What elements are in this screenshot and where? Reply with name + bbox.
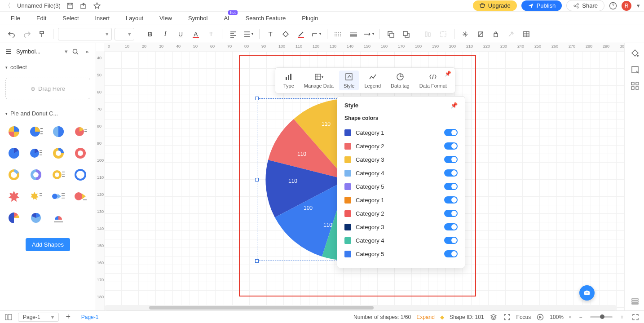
zoom-value[interactable]: 100% [550, 314, 564, 320]
menu-plugin[interactable]: Plugin [302, 15, 318, 22]
pin-icon[interactable]: 📌 [445, 71, 451, 77]
bring-front-button[interactable] [384, 28, 397, 40]
page-tab[interactable]: Page-1 [78, 314, 102, 320]
line-style-button[interactable] [332, 28, 344, 40]
color-swatch[interactable] [344, 183, 351, 190]
visibility-toggle[interactable] [444, 142, 458, 150]
section-pie-donut[interactable]: ▾Pie and Donut C... [0, 106, 96, 120]
manage-data-button[interactable]: ▾ Manage Data [300, 71, 338, 90]
scrollbar-thumb[interactable] [149, 306, 374, 310]
zoom-slider[interactable] [590, 316, 613, 318]
shape-thumb[interactable] [49, 145, 68, 162]
visibility-toggle[interactable] [444, 210, 458, 217]
shape-thumb[interactable] [71, 166, 90, 183]
color-swatch[interactable] [344, 156, 351, 163]
color-swatch[interactable] [344, 170, 351, 177]
play-icon[interactable] [536, 313, 544, 321]
connector-style-button[interactable]: ▾ [310, 28, 322, 40]
menu-layout[interactable]: Layout [126, 15, 143, 22]
menu-symbol[interactable]: Symbol [188, 15, 207, 22]
visibility-toggle[interactable] [444, 129, 458, 136]
focus-label[interactable]: Focus [516, 314, 531, 320]
align-left-button[interactable] [227, 28, 239, 40]
shape-thumb[interactable] [71, 123, 90, 140]
group-button[interactable] [437, 28, 450, 40]
menu-search-feature[interactable]: Search Feature [246, 15, 286, 22]
visibility-toggle[interactable] [444, 223, 458, 230]
font-color-button[interactable]: A [190, 28, 202, 40]
undo-button[interactable] [5, 28, 18, 40]
shape-thumb[interactable] [49, 123, 68, 140]
fill-color-button[interactable] [279, 28, 292, 40]
expand-link[interactable]: Expand [416, 314, 435, 320]
publish-button[interactable]: Publish [521, 0, 562, 11]
color-swatch[interactable] [344, 251, 351, 257]
line-color-button[interactable] [295, 28, 307, 40]
shape-thumb[interactable] [26, 209, 45, 226]
legend-button[interactable]: Legend [360, 71, 385, 90]
shape-thumb[interactable] [4, 123, 23, 140]
shape-thumb[interactable] [71, 188, 90, 205]
visibility-toggle[interactable] [444, 196, 458, 204]
shape-panel-icon[interactable] [631, 66, 639, 74]
align-objects-button[interactable] [422, 28, 434, 40]
color-swatch[interactable] [344, 210, 351, 217]
menu-view[interactable]: View [159, 15, 172, 22]
add-shapes-button[interactable]: Add Shapes [26, 238, 70, 251]
avatar[interactable]: R [622, 1, 631, 11]
library-caret-icon[interactable]: ▾ [65, 48, 68, 55]
shape-thumb[interactable] [26, 188, 45, 205]
table-button[interactable] [520, 28, 533, 40]
visibility-toggle[interactable] [444, 250, 458, 257]
menu-ai[interactable]: AIhot [224, 15, 229, 22]
visibility-toggle[interactable] [444, 156, 458, 163]
export-icon[interactable] [79, 2, 88, 10]
assistant-fab[interactable] [579, 285, 595, 301]
shape-thumb[interactable] [26, 145, 45, 162]
save-icon[interactable] [66, 2, 74, 10]
bold-button[interactable]: B [144, 28, 156, 40]
zoom-out-button[interactable]: − [577, 313, 585, 321]
color-swatch[interactable] [344, 224, 351, 230]
shape-thumb[interactable] [49, 209, 68, 226]
layers-panel-icon[interactable] [631, 297, 639, 305]
color-swatch[interactable] [344, 197, 351, 204]
visibility-toggle[interactable] [444, 169, 458, 177]
lock-button[interactable] [490, 28, 502, 40]
visibility-toggle[interactable] [444, 183, 458, 190]
shape-thumb[interactable] [4, 145, 23, 162]
library-icon[interactable] [4, 48, 13, 56]
effects-button[interactable] [459, 28, 472, 40]
color-swatch[interactable] [344, 143, 351, 150]
color-swatch[interactable] [344, 237, 351, 244]
share-button[interactable]: Share [566, 0, 604, 11]
shape-thumb[interactable] [26, 123, 45, 140]
style-button[interactable]: Style [339, 71, 359, 90]
shape-thumb[interactable] [4, 188, 23, 205]
grid-panel-icon[interactable] [631, 82, 639, 90]
diamond-icon[interactable]: ◆ [440, 314, 444, 320]
visibility-toggle[interactable] [444, 237, 458, 244]
color-swatch[interactable] [344, 129, 351, 136]
page-dropdown[interactable]: Page-1▾ [18, 313, 59, 322]
shape-thumb[interactable] [49, 166, 68, 183]
shape-thumb[interactable] [4, 209, 23, 226]
font-family-dropdown[interactable]: ▾ [58, 28, 112, 40]
strikethrough-button[interactable]: T [205, 28, 217, 40]
menu-edit[interactable]: Edit [36, 15, 46, 22]
data-tag-button[interactable]: Data tag [386, 71, 414, 90]
crop-button[interactable] [474, 28, 487, 40]
italic-button[interactable]: I [159, 28, 172, 40]
horizontal-scrollbar[interactable] [104, 305, 617, 310]
text-tool-button[interactable]: T [264, 28, 277, 40]
redo-button[interactable] [21, 28, 33, 40]
format-painter-button[interactable] [36, 28, 49, 40]
menu-insert[interactable]: Insert [95, 15, 110, 22]
fill-panel-icon[interactable] [631, 49, 639, 58]
help-icon[interactable]: ? [609, 2, 617, 10]
layers-icon[interactable] [490, 313, 498, 321]
valign-button[interactable]: ▾ [242, 28, 255, 40]
avatar-caret-icon[interactable]: ▾ [636, 2, 640, 10]
outline-view-icon[interactable] [4, 313, 13, 321]
underline-button[interactable]: U [174, 28, 187, 40]
